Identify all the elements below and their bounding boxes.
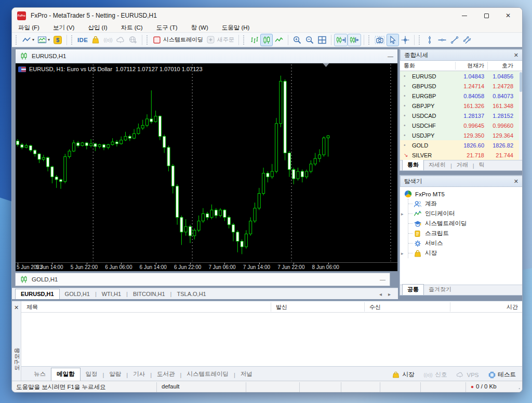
cursor-button[interactable] (387, 34, 399, 46)
channel-tool-button[interactable] (461, 34, 473, 46)
close-icon[interactable]: ✕ (514, 52, 518, 59)
chart-window-titlebar[interactable]: EURUSD,H1 — (16, 49, 397, 63)
maximize-button[interactable] (475, 8, 497, 23)
tab-news[interactable]: 뉴스 (29, 368, 51, 381)
signals-button[interactable]: ((o)) (102, 34, 114, 46)
toolbar-drag-handle[interactable] (16, 35, 18, 45)
minimized-restore-button[interactable]: — (380, 276, 385, 283)
column-to[interactable]: 수신 (369, 303, 381, 311)
signals-shortcut-button[interactable]: ((o)) 신호 (423, 371, 447, 379)
tab-favorites[interactable]: 즐겨찾기 (424, 285, 456, 295)
table-row[interactable]: •GBPUSD 1.24714 1.24728 (400, 81, 523, 91)
tab-articles[interactable]: 기사 (128, 368, 150, 381)
tile-windows-button[interactable] (316, 34, 328, 46)
indicators-button[interactable]: ▾ (36, 34, 51, 46)
table-row[interactable]: •EURGBP 0.84058 0.84073 (400, 91, 523, 101)
navigator-titlebar[interactable]: 탐색기 ✕ (400, 176, 523, 187)
bar-chart-mode-button[interactable] (248, 34, 260, 46)
menu-window[interactable]: 창 (W) (191, 24, 208, 32)
time-axis[interactable]: 5 Jun 20235 Jun 14:005 Jun 22:006 Jun 06… (16, 262, 397, 271)
tab-symbols[interactable]: 통화 (402, 159, 424, 170)
column-from[interactable]: 발신 (276, 303, 287, 311)
chart-tab-eurusd[interactable]: EURUSD,H1 (15, 289, 60, 299)
tab-details[interactable]: 자세히 (424, 160, 450, 170)
toolbar-drag-handle[interactable] (419, 35, 421, 45)
chart-canvas[interactable]: EURUSD, H1: Euro vs US Dollar 1.07112 1.… (16, 63, 397, 271)
column-ask[interactable]: 호가 (487, 62, 517, 70)
close-icon[interactable]: ✕ (514, 178, 518, 185)
mailbox-list-empty[interactable] (21, 313, 523, 366)
resize-grip[interactable] (516, 387, 521, 392)
menu-view[interactable]: 보기 (V) (53, 24, 75, 32)
status-profile[interactable]: default (162, 383, 180, 389)
expander-icon[interactable]: ▸ (401, 211, 404, 217)
toolbar-drag-handle[interactable] (368, 35, 371, 45)
table-row[interactable]: •USDCAD 1.28137 1.28152 (400, 111, 523, 120)
algo-trading-button[interactable]: 시스템트레이딩 (151, 34, 205, 46)
chart-tab-bitcoin[interactable]: BITCOIN,H1 (128, 289, 170, 299)
menu-tools[interactable]: 도구 (T) (156, 24, 178, 32)
menu-chart[interactable]: 차트 (C) (121, 24, 142, 32)
close-icon[interactable]: ✕ (14, 304, 19, 311)
toolbar-drag-handle[interactable] (71, 35, 74, 45)
column-bid[interactable]: 현재가 (455, 62, 487, 70)
menu-file[interactable]: 파일 (F) (18, 24, 39, 32)
table-row[interactable]: ↘SILVER 21.718 21.744 (400, 150, 523, 160)
tab-calendar[interactable]: 일정 (81, 368, 103, 381)
tab-mailbox[interactable]: 메일함 (51, 368, 81, 381)
column-time[interactable]: 시간 (507, 303, 518, 311)
table-row[interactable]: •EURUSD 1.04843 1.04856 (400, 71, 523, 81)
tab-ticks[interactable]: 틱 (474, 160, 489, 170)
chart-minimize-button[interactable]: — (388, 53, 393, 59)
close-button[interactable]: ✕ (497, 8, 519, 23)
crosshair-button[interactable] (399, 34, 411, 46)
table-row[interactable]: •USDJPY 129.350 129.364 (400, 130, 523, 140)
tree-item-indicators[interactable]: ▸ 인디케이터 (408, 209, 523, 219)
scrollbar-thumb[interactable] (520, 72, 522, 92)
tree-item-market[interactable]: ▸ 시장 (408, 248, 523, 258)
screenshot-button[interactable] (373, 34, 387, 46)
expander-icon[interactable]: ▸ (401, 251, 404, 256)
market-watch-titlebar[interactable]: 종합시세 ✕ (400, 49, 523, 61)
column-title[interactable]: 제목 (26, 303, 38, 311)
menu-help[interactable]: 도움말 (H) (222, 24, 250, 32)
table-row[interactable]: •GBPJPY 161.326 161.348 (400, 101, 523, 111)
candlestick-plot[interactable] (16, 63, 397, 262)
chart-type-button[interactable]: ▾ (20, 34, 36, 46)
scrollbar[interactable] (519, 71, 523, 160)
minimize-button[interactable] (454, 8, 475, 23)
table-row[interactable]: •USDCHF 0.99645 0.99660 (400, 120, 523, 130)
zoom-in-button[interactable] (291, 34, 303, 46)
menu-insert[interactable]: 삽입 (I) (88, 24, 107, 32)
deposit-button[interactable]: $ (51, 34, 64, 46)
tab-journal[interactable]: 저널 (235, 368, 258, 381)
tab-scroll-right-icon[interactable]: ▸ (388, 291, 391, 297)
new-order-button[interactable]: 새주문 (205, 34, 236, 46)
chart-tab-tsla[interactable]: TSLA.O,H1 (171, 289, 211, 299)
tab-scroll-left-icon[interactable]: ◂ (379, 291, 382, 297)
tab-common[interactable]: 공통 (402, 284, 424, 295)
minimized-chart-gold[interactable]: GOLD,H1 — (15, 273, 390, 286)
vertical-line-tool-button[interactable] (423, 34, 436, 46)
tree-item-expert-advisors[interactable]: 시스템트레이딩 (408, 219, 523, 229)
trendline-tool-button[interactable] (448, 34, 461, 46)
zoom-out-button[interactable] (303, 34, 316, 46)
chart-shift-button[interactable] (334, 34, 348, 46)
tab-experts[interactable]: 시스템트레이딩 (181, 368, 234, 381)
community-button[interactable] (127, 34, 139, 46)
tab-trading[interactable]: 거래 (452, 160, 473, 170)
tree-item-account-root[interactable]: FxPro MT5 (403, 189, 523, 199)
market-shortcut-button[interactable]: 시장 (392, 371, 414, 379)
tab-alerts[interactable]: 알람 (104, 368, 126, 381)
horizontal-line-tool-button[interactable] (436, 34, 448, 46)
toolbar-drag-handle[interactable] (243, 35, 246, 45)
auto-scroll-button[interactable] (348, 34, 361, 46)
tab-codebase[interactable]: 도서관 (152, 368, 180, 381)
tree-item-accounts[interactable]: 계좌 (408, 199, 523, 209)
line-chart-mode-button[interactable] (273, 34, 285, 46)
tree-item-services[interactable]: 서비스 (408, 238, 523, 248)
table-row[interactable]: •GOLD 1826.60 1826.82 (400, 140, 523, 150)
tree-item-scripts[interactable]: 스크립트 (408, 229, 523, 238)
column-symbol[interactable]: 통화 (400, 62, 455, 70)
market-button[interactable] (89, 34, 102, 46)
